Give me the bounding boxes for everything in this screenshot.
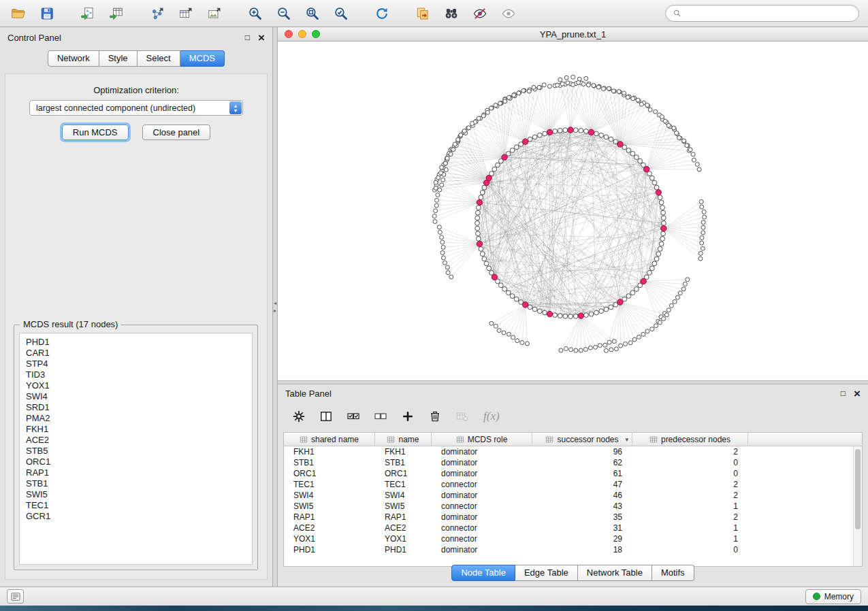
close-panel-button[interactable]: Close panel <box>142 125 211 140</box>
mcds-result-item[interactable]: GCR1 <box>26 511 246 522</box>
column-header-name[interactable]: name <box>375 433 432 446</box>
import-network-button[interactable] <box>76 3 99 24</box>
table-row[interactable]: SWI5SWI5connector431 <box>284 501 853 512</box>
save-session-button[interactable] <box>35 3 59 24</box>
search-box[interactable] <box>665 5 859 22</box>
cell-mcds-role: connector <box>432 501 532 511</box>
tab-node-table[interactable]: Node Table <box>451 565 515 581</box>
zoom-in-button[interactable] <box>244 3 267 24</box>
table-row[interactable]: ORC1ORC1dominator610 <box>284 468 853 479</box>
cell-name: FKH1 <box>375 447 432 457</box>
mcds-result-item[interactable]: SWI4 <box>26 391 246 402</box>
cell-successor-nodes: 43 <box>532 501 632 511</box>
close-panel-icon[interactable]: × <box>258 32 265 44</box>
import-table-button[interactable] <box>105 3 128 24</box>
zoom-out-icon <box>276 6 291 21</box>
mcds-result-item[interactable]: ACE2 <box>26 435 246 446</box>
table-row[interactable]: FKH1FKH1dominator962 <box>284 446 853 457</box>
tab-edge-table[interactable]: Edge Table <box>515 565 578 581</box>
tab-network[interactable]: Network <box>48 50 99 67</box>
panel-menu-button[interactable] <box>7 589 24 604</box>
mcds-tab-page: Optimization criterion: largest connecte… <box>5 73 268 580</box>
clone-network-view-button[interactable] <box>411 3 434 24</box>
mcds-result-item[interactable]: STB5 <box>26 446 246 457</box>
desktop-wallpaper-strip <box>0 606 868 611</box>
mcds-result-item[interactable]: TID3 <box>26 369 246 380</box>
optimization-criterion-select[interactable]: largest connected component (undirected)… <box>29 100 243 116</box>
hide-selected-button[interactable] <box>468 3 492 24</box>
mcds-result-item[interactable]: CAR1 <box>26 348 246 359</box>
search-input[interactable] <box>686 8 852 18</box>
column-header-predecessor-nodes[interactable]: predecessor nodes <box>632 433 748 446</box>
mcds-result-item[interactable]: SWI5 <box>26 489 246 500</box>
mcds-result-item[interactable]: SRD1 <box>26 402 246 413</box>
cell-name: YOX1 <box>375 534 432 544</box>
mcds-result-list[interactable]: PHD1CAR1STP4TID3YOX1SWI4SRD1PMA2FKH1ACE2… <box>19 333 253 565</box>
table-row[interactable]: SWI4SWI4dominator462 <box>284 490 853 501</box>
mcds-result-item[interactable]: ORC1 <box>26 457 246 467</box>
splitter-collapse-left-icon[interactable]: ◂ <box>274 301 276 306</box>
refresh-view-button[interactable] <box>370 3 393 24</box>
cell-shared-name: FKH1 <box>284 447 375 457</box>
mcds-result-item[interactable]: STB1 <box>26 478 246 489</box>
tab-motifs[interactable]: Motifs <box>652 565 694 581</box>
deselect-all-rows-button[interactable] <box>372 408 389 425</box>
tab-network-table[interactable]: Network Table <box>578 565 652 581</box>
vertical-splitter[interactable]: ◂ ▸ <box>273 27 278 587</box>
table-row[interactable]: RAP1RAP1dominator352 <box>284 512 853 523</box>
column-sort-arrow-icon[interactable]: ▾ <box>625 436 628 443</box>
close-table-panel-icon[interactable]: × <box>854 388 861 399</box>
table-row[interactable]: ACE2ACE2connector311 <box>284 523 853 533</box>
table-scrollbar[interactable] <box>853 446 862 566</box>
zoom-out-button[interactable] <box>272 3 295 24</box>
show-columns-button[interactable] <box>317 408 335 425</box>
table-row[interactable]: TEC1TEC1connector472 <box>284 479 853 490</box>
select-all-rows-button[interactable] <box>344 408 362 425</box>
view-tools-group <box>411 3 520 24</box>
mcds-result-item[interactable]: YOX1 <box>26 380 246 391</box>
zoom-selected-button[interactable] <box>329 3 353 24</box>
open-session-button[interactable] <box>7 3 30 24</box>
mcds-result-item[interactable]: RAP1 <box>26 467 246 478</box>
column-header-empty <box>748 433 862 446</box>
mcds-result-item[interactable]: FKH1 <box>26 424 246 435</box>
add-column-button[interactable] <box>399 408 417 425</box>
mcds-result-item[interactable]: PHD1 <box>26 337 246 348</box>
open-folder-icon <box>11 6 26 21</box>
window-zoom-button[interactable] <box>312 30 320 38</box>
window-close-button[interactable] <box>285 30 293 38</box>
delete-column-button[interactable] <box>426 408 444 425</box>
tab-select[interactable]: Select <box>138 50 180 67</box>
column-header-mcds-role[interactable]: MCDS role <box>432 433 532 446</box>
export-group <box>146 3 226 24</box>
table-row[interactable]: YOX1YOX1connector291 <box>284 533 853 544</box>
tab-mcds[interactable]: MCDS <box>180 50 225 67</box>
scrollbar-thumb[interactable] <box>855 449 861 529</box>
network-titlebar: YPA_prune.txt_1 <box>278 27 868 42</box>
tab-style[interactable]: Style <box>99 50 138 67</box>
mcds-result-item[interactable]: PMA2 <box>26 413 246 424</box>
splitter-collapse-right-icon[interactable]: ▸ <box>274 308 276 314</box>
zoom-fit-button[interactable] <box>301 3 324 24</box>
run-mcds-button[interactable]: Run MCDS <box>62 125 129 140</box>
column-header-shared-name[interactable]: shared name <box>284 433 375 446</box>
memory-button[interactable]: Memory <box>805 589 861 604</box>
list-icon <box>10 591 21 602</box>
show-all-button[interactable] <box>497 3 520 24</box>
status-bar: Memory <box>0 587 868 606</box>
first-neighbors-button[interactable] <box>440 3 463 24</box>
table-row[interactable]: STB1STB1dominator620 <box>284 457 853 468</box>
float-table-panel-icon[interactable]: □ <box>841 389 846 397</box>
trash-icon <box>428 410 442 423</box>
mcds-result-item[interactable]: STP4 <box>26 359 246 369</box>
column-header-successor-nodes[interactable]: successor nodes ▾ <box>532 433 632 446</box>
network-canvas[interactable] <box>278 42 868 380</box>
table-row[interactable]: PHD1PHD1dominator180 <box>284 544 853 555</box>
export-table-button[interactable] <box>174 3 197 24</box>
export-network-button[interactable] <box>146 3 169 24</box>
export-image-button[interactable] <box>203 3 226 24</box>
float-panel-icon[interactable]: □ <box>245 33 250 42</box>
window-minimize-button[interactable] <box>298 30 306 38</box>
mcds-result-item[interactable]: TEC1 <box>26 500 246 511</box>
column-settings-button[interactable] <box>290 408 308 425</box>
